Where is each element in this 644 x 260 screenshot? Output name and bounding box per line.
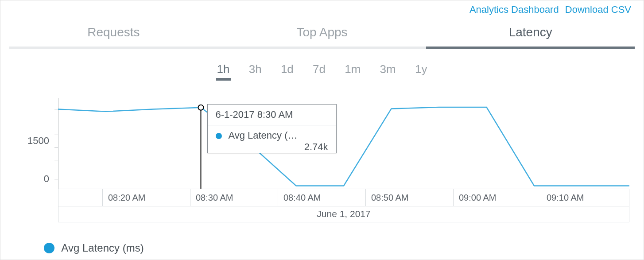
tooltip-series-name: Avg Latency (…: [228, 130, 297, 141]
range-3m[interactable]: 3m: [380, 62, 396, 80]
y-tick: [54, 135, 58, 135]
chart-area: 1500 0 6-1-2017 8:30 AM Avg Latency (…: [23, 100, 629, 233]
chart-plot[interactable]: 6-1-2017 8:30 AM Avg Latency (… 2.74k: [58, 100, 629, 189]
y-tick-label: 1500: [14, 135, 49, 147]
range-7d[interactable]: 7d: [313, 62, 326, 80]
legend-series-label: Avg Latency (ms): [61, 242, 144, 254]
x-axis-row: 08:20 AM 08:30 AM 08:40 AM 08:50 AM 09:0…: [58, 189, 629, 206]
range-1y[interactable]: 1y: [415, 62, 427, 80]
latency-series-line: [58, 107, 629, 186]
chart-svg: [58, 100, 629, 189]
range-1d[interactable]: 1d: [281, 62, 294, 80]
tab-label: Top Apps: [296, 25, 347, 39]
top-links: Analytics Dashboard Download CSV: [469, 4, 631, 16]
tab-label: Requests: [87, 25, 140, 39]
x-axis-cell: 08:20 AM: [102, 189, 190, 206]
tab-latency[interactable]: Latency: [426, 23, 635, 49]
download-csv-link[interactable]: Download CSV: [565, 4, 631, 15]
series-color-dot-icon: [216, 133, 222, 139]
y-tick: [54, 122, 58, 122]
x-axis-cell-lead: [58, 189, 102, 206]
y-tick: [54, 179, 58, 179]
metric-tabs: Requests Top Apps Latency: [9, 23, 635, 49]
range-1m[interactable]: 1m: [345, 62, 361, 80]
analytics-panel: Analytics Dashboard Download CSV Request…: [0, 0, 644, 260]
range-1h[interactable]: 1h: [217, 62, 230, 80]
x-axis-cell: 08:30 AM: [190, 189, 278, 206]
tab-top-apps[interactable]: Top Apps: [218, 23, 427, 49]
tab-underline: [426, 47, 635, 49]
x-axis-cell: 08:40 AM: [278, 189, 365, 206]
hover-point-icon: [198, 105, 204, 110]
tab-underline: [9, 47, 218, 49]
legend-color-dot-icon: [44, 243, 54, 253]
y-tick: [54, 147, 58, 147]
y-tick: [54, 109, 58, 109]
chart-tooltip: 6-1-2017 8:30 AM Avg Latency (… 2.74k: [207, 104, 337, 153]
x-axis-cell: 09:10 AM: [541, 189, 629, 206]
x-axis-date: June 1, 2017: [58, 206, 629, 222]
tab-label: Latency: [509, 25, 552, 39]
tooltip-timestamp: 6-1-2017 8:30 AM: [208, 105, 336, 125]
y-tick-label: 0: [14, 173, 49, 185]
range-3h[interactable]: 3h: [249, 62, 262, 80]
y-tick: [54, 160, 58, 160]
time-range-picker: 1h 3h 1d 7d 1m 3m 1y: [0, 62, 644, 80]
tab-requests[interactable]: Requests: [9, 23, 218, 49]
x-axis-cell: 09:00 AM: [453, 189, 541, 206]
y-tick: [54, 173, 58, 173]
tab-underline: [218, 47, 427, 49]
chart-legend: Avg Latency (ms): [44, 242, 144, 254]
tooltip-series-value: 2.74k: [304, 141, 328, 153]
x-axis-cell: 08:50 AM: [365, 189, 453, 206]
tooltip-series-row: Avg Latency (… 2.74k: [208, 125, 336, 146]
analytics-dashboard-link[interactable]: Analytics Dashboard: [469, 4, 559, 15]
